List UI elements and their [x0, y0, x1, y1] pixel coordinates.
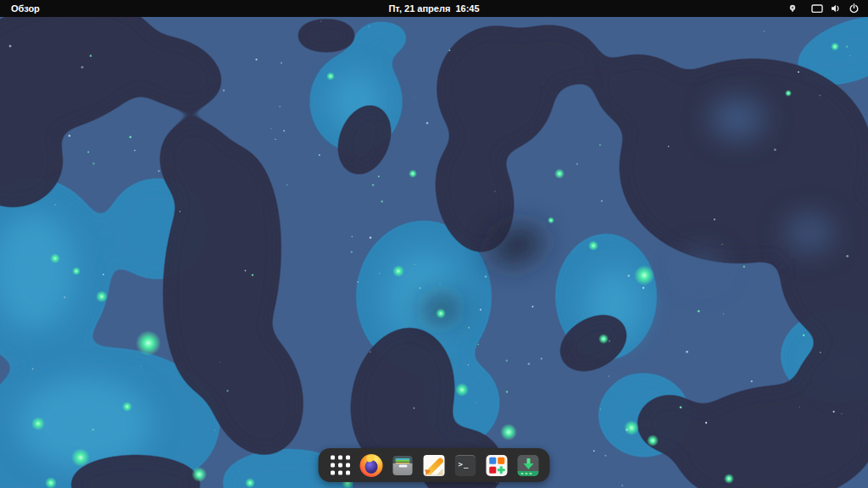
- dock: >_: [319, 448, 550, 482]
- terminal-prompt-glyph: >_: [459, 460, 470, 469]
- download-manager-button[interactable]: [515, 452, 542, 479]
- quick-settings-button[interactable]: [811, 0, 868, 17]
- desktop: Обзор Пт, 21 апреля 16:45: [0, 0, 868, 488]
- system-tray: [787, 0, 868, 17]
- activities-button[interactable]: Обзор: [0, 0, 51, 17]
- top-bar: Обзор Пт, 21 апреля 16:45: [0, 0, 868, 17]
- app-grid-button[interactable]: [327, 452, 353, 479]
- firefox-icon: [360, 454, 383, 477]
- files-button[interactable]: [390, 452, 416, 479]
- volume-icon: [830, 3, 842, 14]
- text-editor-button[interactable]: [421, 452, 448, 479]
- text-editor-icon: [423, 454, 446, 477]
- power-icon: [849, 3, 860, 14]
- terminal-button[interactable]: >_: [453, 452, 479, 479]
- files-icon: [392, 454, 415, 477]
- app-grid-icon: [329, 454, 352, 477]
- status-indicator-icon[interactable]: [787, 3, 798, 14]
- software-store-icon: [486, 454, 509, 477]
- terminal-icon: >_: [454, 454, 477, 477]
- clock-button[interactable]: Пт, 21 апреля 16:45: [388, 3, 479, 14]
- wallpaper: [0, 17, 868, 488]
- firefox-button[interactable]: [359, 452, 385, 479]
- download-manager-icon: [517, 454, 540, 477]
- software-store-button[interactable]: [484, 452, 510, 479]
- display-icon: [811, 3, 823, 14]
